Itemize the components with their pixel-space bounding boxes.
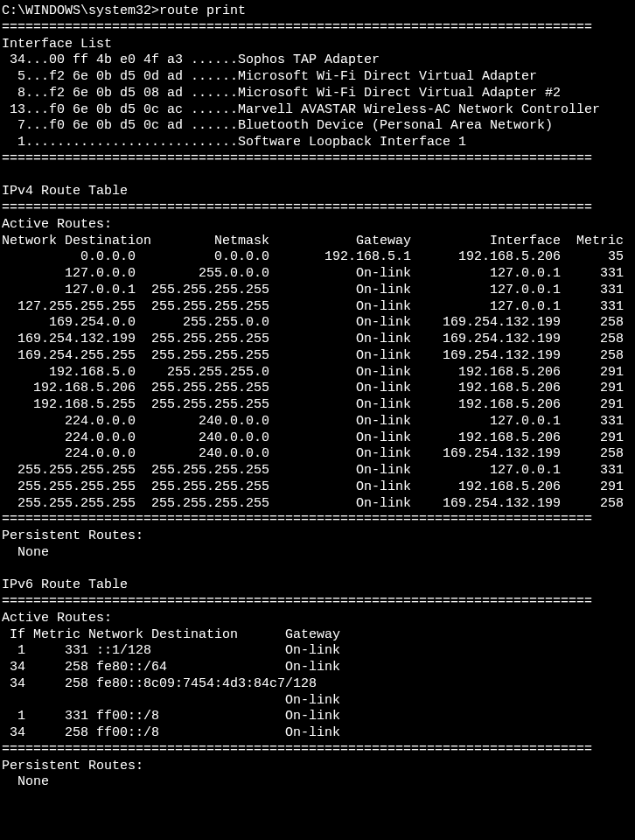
terminal-output: C:\WINDOWS\system32>route print ========… bbox=[0, 0, 635, 794]
